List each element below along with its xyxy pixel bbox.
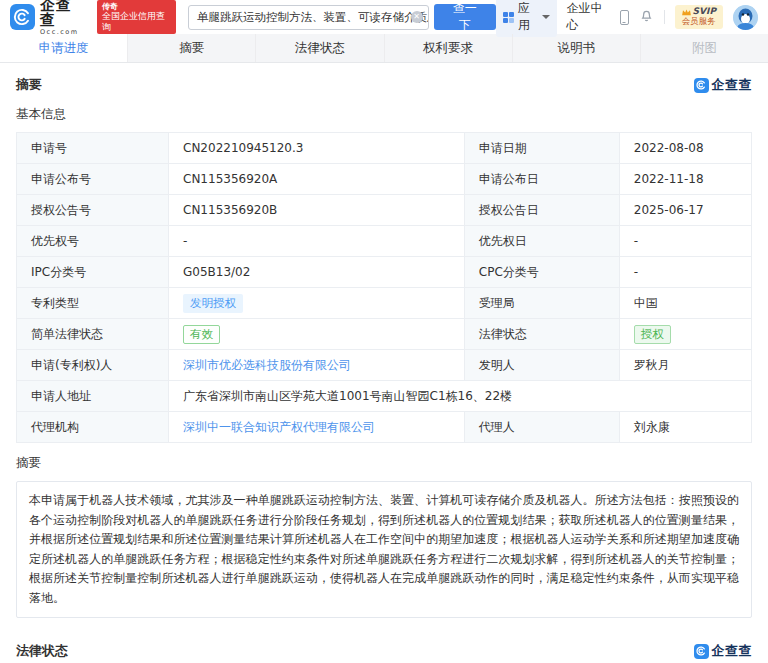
search-input[interactable]: 单腿跳跃运动控制方法、装置、可读存储介质及 ✕	[188, 5, 429, 30]
table-row: IPC分类号 G05B13/02 CPC分类号 -	[17, 257, 752, 288]
grant-date: 2025-06-17	[619, 195, 751, 226]
subsection-title-basic-info: 基本信息	[16, 106, 752, 123]
divider	[664, 10, 665, 24]
ipc-class: G05B13/02	[169, 257, 465, 288]
cpc-class: -	[619, 257, 751, 288]
table-row: 申请公布号 CN115356920A 申请公布日 2022-11-18	[17, 164, 752, 195]
publication-number: CN115356920A	[169, 164, 465, 195]
tab-abstract[interactable]: 摘要	[128, 34, 256, 62]
legal-status-badge: 授权	[634, 325, 671, 344]
header-right-nav: 应用 企业中心 SVIP 会员服务	[496, 0, 758, 37]
table-row: 代理机构 深圳中一联合知识产权代理有限公司 代理人 刘永康	[17, 412, 752, 443]
basic-info-table: 申请号 CN202210945120.3 申请日期 2022-08-08 申请公…	[16, 132, 752, 443]
patent-type-badge: 发明授权	[183, 294, 243, 313]
grant-number: CN115356920B	[169, 195, 465, 226]
patent-office: 中国	[619, 288, 751, 319]
application-number: CN202210945120.3	[169, 133, 465, 164]
search-button[interactable]: 查一下	[434, 4, 496, 30]
agent-name: 刘永康	[619, 412, 751, 443]
agency-link[interactable]: 深圳中一联合知识产权代理有限公司	[183, 420, 375, 434]
notification-bell-icon[interactable]	[639, 8, 654, 27]
top-header: 企查查 Qcc.com 传奇 全国企业信用查询 单腿跳跃运动控制方法、装置、可读…	[0, 0, 768, 34]
simple-legal-status-badge: 有效	[183, 325, 220, 344]
tab-drawings: 附图	[641, 34, 768, 62]
user-avatar[interactable]	[733, 5, 758, 30]
subsection-title-abstract: 摘要	[16, 455, 752, 472]
inventor-name: 罗秋月	[619, 350, 751, 381]
applicant-link[interactable]: 深圳市优必选科技股份有限公司	[183, 358, 351, 372]
tab-claims[interactable]: 权利要求	[385, 34, 513, 62]
section-title-legal-status: 法律状态	[16, 642, 68, 660]
qcc-watermark-logo: 企查查	[694, 76, 753, 94]
table-row: 专利类型 发明授权 受理局 中国	[17, 288, 752, 319]
qcc-fingerprint-icon	[694, 644, 709, 659]
brand-slogan-badge: 传奇 全国企业信用查询	[97, 0, 176, 34]
table-row: 优先权号 - 优先权日 -	[17, 226, 752, 257]
apps-menu[interactable]: 应用	[496, 0, 557, 37]
svip-member-badge[interactable]: SVIP 会员服务	[675, 5, 723, 28]
apps-grid-icon	[503, 12, 514, 23]
chevron-down-icon	[542, 15, 550, 19]
clear-search-icon[interactable]: ✕	[411, 11, 423, 23]
enterprise-center-link[interactable]: 企业中心	[567, 0, 611, 34]
table-row: 申请号 CN202210945120.3 申请日期 2022-08-08	[17, 133, 752, 164]
qcc-watermark-logo: 企查查	[694, 642, 753, 660]
tab-legal-status[interactable]: 法律状态	[256, 34, 384, 62]
search-bar: 单腿跳跃运动控制方法、装置、可读存储介质及 ✕ 查一下	[188, 4, 496, 30]
priority-number: -	[169, 226, 465, 257]
applicant-address: 广东省深圳市南山区学苑大道1001号南山智园C1栋16、22楼	[169, 381, 752, 412]
section-title-abstract: 摘要	[16, 76, 42, 94]
qcc-logo[interactable]: 企查查 Qcc.com 传奇 全国企业信用查询	[10, 0, 176, 36]
qcc-fingerprint-icon	[694, 78, 709, 93]
abstract-text: 本申请属于机器人技术领域，尤其涉及一种单腿跳跃运动控制方法、装置、计算机可读存储…	[16, 481, 752, 618]
table-row: 简单法律状态 有效 法律状态 授权	[17, 319, 752, 350]
patent-tab-bar: 申请进度 摘要 法律状态 权利要求 说明书 附图	[0, 34, 768, 63]
priority-date: -	[619, 226, 751, 257]
table-row: 授权公告号 CN115356920B 授权公告日 2025-06-17	[17, 195, 752, 226]
crown-icon	[682, 9, 691, 16]
brand-name: 企查查	[40, 0, 86, 28]
table-row: 申请人地址 广东省深圳市南山区学苑大道1001号南山智园C1栋16、22楼	[17, 381, 752, 412]
table-row: 申请(专利权)人 深圳市优必选科技股份有限公司 发明人 罗秋月	[17, 350, 752, 381]
publication-date: 2022-11-18	[619, 164, 751, 195]
mobile-app-icon[interactable]	[620, 10, 628, 25]
qcc-fingerprint-icon	[10, 4, 35, 30]
tab-application-progress[interactable]: 申请进度	[0, 34, 128, 62]
application-date: 2022-08-08	[619, 133, 751, 164]
tab-specification[interactable]: 说明书	[513, 34, 641, 62]
